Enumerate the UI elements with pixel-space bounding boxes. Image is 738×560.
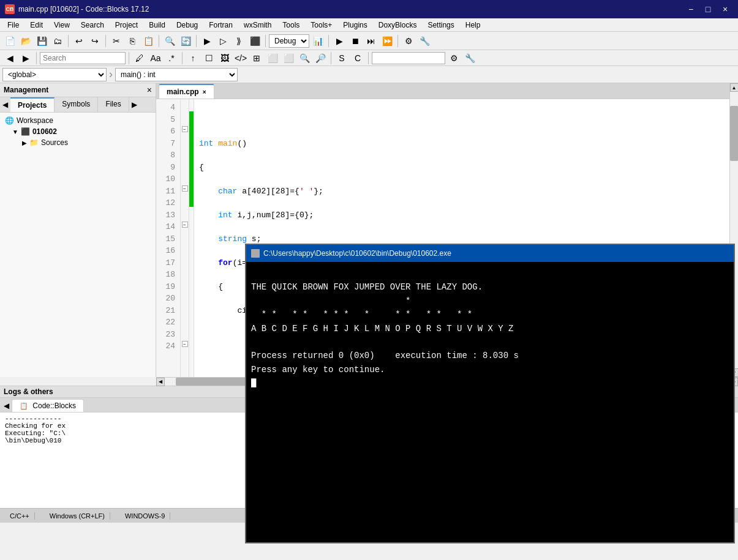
save-all-button[interactable]: 🗂 — [50, 34, 65, 48]
sep12 — [368, 52, 369, 64]
menu-project[interactable]: Project — [110, 20, 143, 31]
debug-start-button[interactable]: ▶ — [332, 34, 347, 48]
panel-nav-back[interactable]: ◀ — [0, 97, 10, 112]
scroll-thumb[interactable] — [730, 106, 738, 161]
menu-file[interactable]: File — [2, 20, 24, 31]
close-button[interactable]: × — [717, 3, 733, 15]
console-line3: * * * * * * * * * * * * * * — [251, 310, 472, 319]
fold-btn-24[interactable]: − — [182, 341, 188, 347]
sep9 — [129, 52, 129, 64]
tab-bar: main.cpp × — [156, 83, 729, 99]
menu-fortran[interactable]: Fortran — [204, 20, 238, 31]
debug-next-button[interactable]: ⏭ — [364, 34, 378, 48]
extra-btn2[interactable]: 🔧 — [417, 34, 432, 48]
fold-btn-6[interactable]: − — [182, 126, 188, 132]
workspace-icon: 🌐 — [5, 116, 14, 125]
console-path: C:\Users\happy\Desktop\c\010602\bin\Debu… — [263, 249, 451, 258]
tab-codeblocks[interactable]: 📋 Code::Blocks — [12, 399, 84, 412]
function-dropdown[interactable]: main() : int — [115, 68, 238, 81]
scroll-up-button[interactable]: ▲ — [730, 83, 739, 92]
forward-button[interactable]: ▶ — [18, 51, 33, 65]
open-file-button[interactable]: 📂 — [18, 34, 33, 48]
expand-btn[interactable]: ⊞ — [249, 51, 264, 65]
stop-button[interactable]: ⬛ — [247, 34, 262, 48]
close-panel-button[interactable]: × — [147, 85, 152, 95]
match-case-button[interactable]: Aa — [148, 51, 163, 65]
menu-tools[interactable]: Tools — [277, 20, 304, 31]
menu-help[interactable]: Help — [461, 20, 486, 31]
extra-tool-btn2[interactable]: 🔧 — [462, 51, 477, 65]
config-dropdown[interactable]: Debug — [269, 34, 309, 48]
tab-files[interactable]: Files — [98, 97, 129, 112]
find-button[interactable]: 🔍 — [162, 34, 177, 48]
cut-button[interactable]: ✂ — [109, 34, 124, 48]
new-file-button[interactable]: 📄 — [2, 34, 17, 48]
status-line-ending: Windows (CR+LF) — [45, 512, 110, 520]
extra-btn1[interactable]: ⚙ — [401, 34, 416, 48]
menu-plugins[interactable]: Plugins — [338, 20, 372, 31]
menu-settings[interactable]: Settings — [423, 20, 459, 31]
menu-doxyblocks[interactable]: DoxyBlocks — [374, 20, 422, 31]
global-dropdown[interactable]: <global> — [2, 68, 107, 81]
project-item[interactable]: ▼ ⬛ 010602 — [2, 126, 153, 137]
console-window[interactable]: C:\Users\happy\Desktop\c\010602\bin\Debu… — [245, 244, 735, 543]
debug-info-button[interactable]: 📊 — [311, 34, 325, 48]
debug-stop-button[interactable]: ⏹ — [348, 34, 363, 48]
fold-btn-14[interactable]: − — [182, 222, 188, 228]
highlight-button[interactable]: 🖊 — [132, 51, 147, 65]
menu-build[interactable]: Build — [144, 20, 170, 31]
editor-tab-main[interactable]: main.cpp × — [159, 84, 214, 99]
sc-btn[interactable]: S — [334, 51, 349, 65]
maximize-button[interactable]: □ — [700, 3, 716, 15]
more-btn1[interactable]: ⬜ — [265, 51, 280, 65]
scroll-left-button[interactable]: ◀ — [156, 378, 165, 386]
image-btn[interactable]: 🖼 — [217, 51, 232, 65]
console-line5 — [251, 337, 256, 347]
sep7 — [397, 35, 398, 47]
regex-button[interactable]: .* — [164, 51, 179, 65]
menu-search[interactable]: Search — [76, 20, 109, 31]
sep8 — [36, 52, 37, 64]
logs-title: Logs & others — [4, 387, 53, 396]
secondary-search-input[interactable] — [372, 52, 445, 64]
tab-projects[interactable]: Projects — [10, 97, 55, 112]
bottom-nav-back[interactable]: ◀ — [1, 400, 12, 411]
c-btn[interactable]: C — [350, 51, 365, 65]
undo-button[interactable]: ↩ — [72, 34, 86, 48]
build-button[interactable]: ▶ — [200, 34, 214, 48]
console-cursor: █ — [251, 378, 256, 388]
sep10 — [182, 52, 183, 64]
codeblocks-tab-label: Code::Blocks — [32, 401, 76, 410]
menu-edit[interactable]: Edit — [25, 20, 48, 31]
more-btn3[interactable]: 🔍 — [297, 51, 312, 65]
run-button[interactable]: ▷ — [216, 34, 230, 48]
tab-close-button[interactable]: × — [203, 89, 206, 95]
replace-button[interactable]: 🔄 — [178, 34, 193, 48]
menu-view[interactable]: View — [49, 20, 75, 31]
console-title-bar[interactable]: C:\Users\happy\Desktop\c\010602\bin\Debu… — [246, 245, 734, 262]
build-run-button[interactable]: ⟫ — [232, 34, 246, 48]
paste-button[interactable]: 📋 — [141, 34, 156, 48]
minimize-button[interactable]: − — [683, 3, 699, 15]
more-btn4[interactable]: 🔎 — [313, 51, 328, 65]
extra-tool-btn[interactable]: ⚙ — [446, 51, 461, 65]
workspace-item[interactable]: 🌐 Workspace — [2, 115, 153, 126]
menu-debug[interactable]: Debug — [171, 20, 203, 31]
sources-item[interactable]: ▶ 📁 Sources — [2, 137, 153, 148]
code-line-8: int i,j,num[28]={0}; — [199, 209, 725, 222]
tab-symbols[interactable]: Symbols — [55, 97, 98, 112]
back-button[interactable]: ◀ — [2, 51, 17, 65]
copy-button[interactable]: ⎘ — [125, 34, 140, 48]
save-button[interactable]: 💾 — [34, 34, 49, 48]
fold-btn-11[interactable]: − — [182, 185, 188, 192]
panel-nav-forward[interactable]: ▶ — [129, 97, 140, 112]
menu-wxsmith[interactable]: wxSmith — [239, 20, 276, 31]
select-btn[interactable]: ☐ — [201, 51, 216, 65]
redo-button[interactable]: ↪ — [88, 34, 102, 48]
search-input[interactable] — [40, 52, 126, 64]
code-btn[interactable]: </> — [233, 51, 248, 65]
menu-tools-plus[interactable]: Tools+ — [306, 20, 337, 31]
debug-step-button[interactable]: ⏩ — [380, 34, 394, 48]
more-btn2[interactable]: ⬜ — [281, 51, 296, 65]
cursor-btn[interactable]: ↑ — [186, 51, 200, 65]
